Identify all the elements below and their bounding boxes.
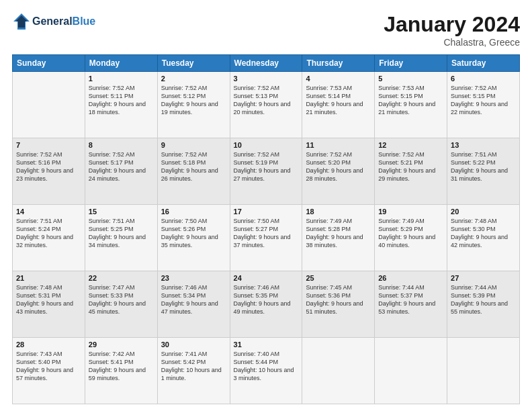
- calendar-week-row: 28 Sunrise: 7:43 AM Sunset: 5:40 PM Dayl…: [13, 338, 520, 404]
- logo: GeneralBlue: [12, 12, 95, 31]
- cell-content: Sunrise: 7:53 AM Sunset: 5:15 PM Dayligh…: [378, 84, 443, 117]
- daylight-text: Daylight: 9 hours and 42 minutes.: [451, 234, 508, 248]
- sunset-text: Sunset: 5:28 PM: [306, 226, 351, 232]
- table-row: 3 Sunrise: 7:52 AM Sunset: 5:13 PM Dayli…: [230, 72, 302, 138]
- sunrise-text: Sunrise: 7:52 AM: [161, 85, 208, 91]
- sunrise-text: Sunrise: 7:50 AM: [161, 218, 208, 224]
- sunrise-text: Sunrise: 7:52 AM: [378, 151, 425, 158]
- cell-content: Sunrise: 7:46 AM Sunset: 5:35 PM Dayligh…: [234, 283, 299, 316]
- month-title: January 2024: [384, 12, 520, 37]
- calendar-week-row: 21 Sunrise: 7:48 AM Sunset: 5:31 PM Dayl…: [13, 271, 520, 338]
- daylight-text: Daylight: 9 hours and 37 minutes.: [234, 234, 291, 248]
- day-number: 19: [378, 208, 443, 216]
- sunset-text: Sunset: 5:18 PM: [161, 159, 206, 166]
- daylight-text: Daylight: 9 hours and 28 minutes.: [306, 167, 363, 182]
- daylight-text: Daylight: 9 hours and 20 minutes.: [234, 101, 291, 116]
- day-number: 24: [234, 274, 299, 282]
- table-row: 19 Sunrise: 7:49 AM Sunset: 5:29 PM Dayl…: [375, 205, 447, 271]
- day-number: 17: [234, 208, 299, 216]
- sunrise-text: Sunrise: 7:53 AM: [306, 85, 352, 91]
- sunset-text: Sunset: 5:16 PM: [16, 159, 61, 166]
- sunrise-text: Sunrise: 7:52 AM: [234, 151, 280, 158]
- sunset-text: Sunset: 5:34 PM: [161, 292, 206, 299]
- svg-marker-1: [15, 15, 28, 28]
- daylight-text: Daylight: 9 hours and 27 minutes.: [234, 167, 291, 182]
- table-row: 21 Sunrise: 7:48 AM Sunset: 5:31 PM Dayl…: [13, 271, 85, 338]
- calendar-week-row: 1 Sunrise: 7:52 AM Sunset: 5:11 PM Dayli…: [13, 72, 520, 138]
- daylight-text: Daylight: 9 hours and 34 minutes.: [89, 234, 146, 248]
- cell-content: Sunrise: 7:52 AM Sunset: 5:11 PM Dayligh…: [89, 84, 154, 117]
- cell-content: Sunrise: 7:52 AM Sunset: 5:16 PM Dayligh…: [16, 150, 81, 183]
- table-row: 11 Sunrise: 7:52 AM Sunset: 5:20 PM Dayl…: [302, 138, 375, 205]
- cell-content: Sunrise: 7:52 AM Sunset: 5:18 PM Dayligh…: [161, 150, 226, 183]
- sunset-text: Sunset: 5:21 PM: [378, 159, 423, 166]
- sunset-text: Sunset: 5:19 PM: [234, 159, 279, 166]
- daylight-text: Daylight: 9 hours and 21 minutes.: [378, 101, 435, 116]
- table-row: 18 Sunrise: 7:49 AM Sunset: 5:28 PM Dayl…: [302, 205, 375, 271]
- cell-content: Sunrise: 7:44 AM Sunset: 5:39 PM Dayligh…: [451, 283, 516, 316]
- daylight-text: Daylight: 9 hours and 53 minutes.: [378, 300, 435, 315]
- day-number: 2: [161, 75, 226, 83]
- sunset-text: Sunset: 5:17 PM: [89, 159, 134, 166]
- logo-text: GeneralBlue: [32, 15, 95, 28]
- sunrise-text: Sunrise: 7:51 AM: [16, 218, 62, 224]
- cell-content: Sunrise: 7:52 AM Sunset: 5:13 PM Dayligh…: [234, 84, 299, 117]
- daylight-text: Daylight: 9 hours and 38 minutes.: [306, 234, 363, 248]
- table-row: 31 Sunrise: 7:40 AM Sunset: 5:44 PM Dayl…: [230, 338, 302, 404]
- table-row: 17 Sunrise: 7:50 AM Sunset: 5:27 PM Dayl…: [230, 205, 302, 271]
- daylight-text: Daylight: 9 hours and 32 minutes.: [16, 234, 73, 248]
- cell-content: Sunrise: 7:43 AM Sunset: 5:40 PM Dayligh…: [16, 350, 81, 383]
- table-row: 29 Sunrise: 7:42 AM Sunset: 5:41 PM Dayl…: [85, 338, 157, 404]
- sunset-text: Sunset: 5:35 PM: [234, 292, 279, 299]
- cell-content: Sunrise: 7:47 AM Sunset: 5:33 PM Dayligh…: [89, 283, 154, 316]
- day-number: 4: [306, 75, 371, 83]
- sunset-text: Sunset: 5:26 PM: [161, 226, 206, 232]
- day-number: 18: [306, 208, 371, 216]
- sunrise-text: Sunrise: 7:53 AM: [378, 85, 425, 91]
- table-row: 2 Sunrise: 7:52 AM Sunset: 5:12 PM Dayli…: [157, 72, 230, 138]
- sunset-text: Sunset: 5:15 PM: [451, 93, 496, 99]
- sunset-text: Sunset: 5:36 PM: [306, 292, 351, 299]
- header: GeneralBlue January 2024 Chalastra, Gree…: [12, 12, 520, 48]
- daylight-text: Daylight: 9 hours and 22 minutes.: [451, 101, 508, 116]
- header-sunday: Sunday: [13, 55, 85, 72]
- sunset-text: Sunset: 5:37 PM: [378, 292, 423, 299]
- table-row: 16 Sunrise: 7:50 AM Sunset: 5:26 PM Dayl…: [157, 205, 230, 271]
- sunrise-text: Sunrise: 7:46 AM: [234, 284, 280, 291]
- sunset-text: Sunset: 5:33 PM: [89, 292, 134, 299]
- table-row: 10 Sunrise: 7:52 AM Sunset: 5:19 PM Dayl…: [230, 138, 302, 205]
- daylight-text: Daylight: 9 hours and 45 minutes.: [89, 300, 146, 315]
- daylight-text: Daylight: 10 hours and 1 minute.: [161, 367, 222, 381]
- header-saturday: Saturday: [447, 55, 520, 72]
- day-number: 23: [161, 274, 226, 282]
- sunrise-text: Sunrise: 7:52 AM: [89, 85, 135, 91]
- sunset-text: Sunset: 5:13 PM: [234, 93, 279, 99]
- day-number: 5: [378, 75, 443, 83]
- day-number: 11: [306, 141, 371, 149]
- table-row: 22 Sunrise: 7:47 AM Sunset: 5:33 PM Dayl…: [85, 271, 157, 338]
- cell-content: Sunrise: 7:53 AM Sunset: 5:14 PM Dayligh…: [306, 84, 371, 117]
- table-row: 12 Sunrise: 7:52 AM Sunset: 5:21 PM Dayl…: [375, 138, 447, 205]
- table-row: [13, 72, 85, 138]
- cell-content: Sunrise: 7:48 AM Sunset: 5:30 PM Dayligh…: [451, 217, 516, 250]
- day-number: 3: [234, 75, 299, 83]
- day-number: 20: [451, 208, 516, 216]
- daylight-text: Daylight: 10 hours and 3 minutes.: [234, 367, 294, 381]
- sunrise-text: Sunrise: 7:51 AM: [451, 151, 497, 158]
- sunset-text: Sunset: 5:12 PM: [161, 93, 206, 99]
- daylight-text: Daylight: 9 hours and 59 minutes.: [89, 367, 146, 381]
- sunset-text: Sunset: 5:27 PM: [234, 226, 279, 232]
- day-number: 16: [161, 208, 226, 216]
- sunrise-text: Sunrise: 7:44 AM: [378, 284, 425, 291]
- sunset-text: Sunset: 5:42 PM: [161, 359, 206, 365]
- sunrise-text: Sunrise: 7:52 AM: [306, 151, 352, 158]
- table-row: 20 Sunrise: 7:48 AM Sunset: 5:30 PM Dayl…: [447, 205, 520, 271]
- table-row: 14 Sunrise: 7:51 AM Sunset: 5:24 PM Dayl…: [13, 205, 85, 271]
- day-number: 12: [378, 141, 443, 149]
- cell-content: Sunrise: 7:41 AM Sunset: 5:42 PM Dayligh…: [161, 350, 226, 383]
- daylight-text: Daylight: 9 hours and 29 minutes.: [378, 167, 435, 182]
- sunset-text: Sunset: 5:25 PM: [89, 226, 134, 232]
- table-row: [375, 338, 447, 404]
- cell-content: Sunrise: 7:45 AM Sunset: 5:36 PM Dayligh…: [306, 283, 371, 316]
- cell-content: Sunrise: 7:52 AM Sunset: 5:21 PM Dayligh…: [378, 150, 443, 183]
